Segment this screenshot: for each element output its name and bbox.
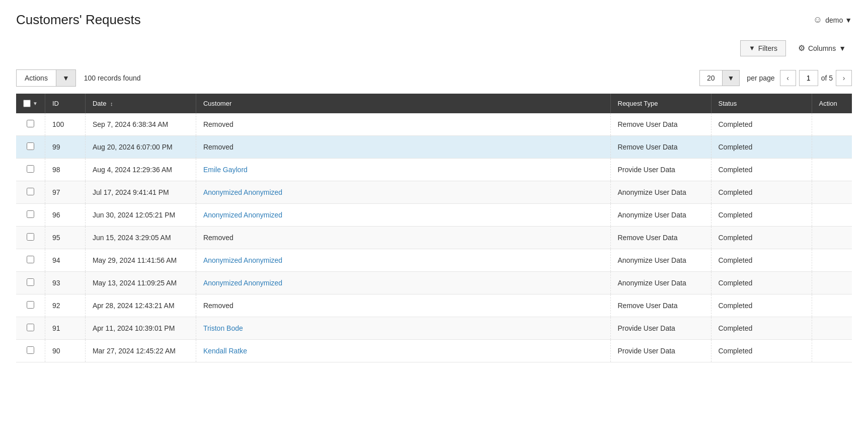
row-date: Mar 27, 2024 12:45:22 AM (85, 340, 196, 362)
customer-link[interactable]: Anonymized Anonymized (203, 188, 282, 196)
row-checkbox-cell (16, 181, 45, 204)
row-action (812, 272, 852, 294)
row-checkbox[interactable] (27, 278, 34, 286)
row-customer[interactable]: Anonymized Anonymized (196, 249, 610, 272)
row-checkbox[interactable] (27, 142, 34, 150)
row-request-type: Remove User Data (610, 227, 711, 249)
row-id: 93 (45, 272, 85, 294)
row-date: May 29, 2024 11:41:56 AM (85, 249, 196, 272)
row-checkbox-cell (16, 272, 45, 294)
user-menu[interactable]: ☺ demo ▼ (813, 15, 852, 25)
toolbar-right: 20 ▼ per page ‹ of 5 › (699, 70, 852, 86)
table-row: 91Apr 11, 2024 10:39:01 PMTriston BodePr… (16, 317, 852, 340)
customer-link[interactable]: Triston Bode (203, 324, 243, 332)
total-pages: of 5 (821, 74, 833, 82)
row-date: Jul 17, 2024 9:41:41 PM (85, 181, 196, 204)
customer-link[interactable]: Anonymized Anonymized (203, 279, 282, 287)
th-date[interactable]: Date ↕ (85, 94, 196, 113)
row-checkbox[interactable] (27, 256, 34, 263)
table-row: 96Jun 30, 2024 12:05:21 PMAnonymized Ano… (16, 204, 852, 227)
table-row: 98Aug 4, 2024 12:29:36 AMEmile GaylordPr… (16, 159, 852, 181)
row-customer[interactable]: Anonymized Anonymized (196, 204, 610, 227)
table-row: 90Mar 27, 2024 12:45:22 AMKendall RatkeP… (16, 340, 852, 362)
page-title: Customers' Requests (16, 12, 141, 28)
customer-link[interactable]: Emile Gaylord (203, 166, 248, 174)
row-id: 92 (45, 294, 85, 317)
row-action (812, 294, 852, 317)
row-checkbox[interactable] (27, 301, 34, 309)
row-id: 91 (45, 317, 85, 340)
row-checkbox[interactable] (27, 120, 34, 127)
row-customer[interactable]: Emile Gaylord (196, 159, 610, 181)
row-customer[interactable]: Kendall Ratke (196, 340, 610, 362)
current-page-input[interactable] (799, 70, 818, 86)
row-checkbox-cell (16, 227, 45, 249)
row-request-type: Remove User Data (610, 294, 711, 317)
customer-link[interactable]: Anonymized Anonymized (203, 256, 282, 264)
pagination: ‹ of 5 › (780, 70, 852, 86)
row-customer: Removed (196, 294, 610, 317)
row-id: 98 (45, 159, 85, 181)
user-menu-label: demo ▼ (825, 16, 852, 24)
row-request-type: Remove User Data (610, 136, 711, 159)
row-status: Completed (711, 317, 812, 340)
per-page-arrow-icon[interactable]: ▼ (723, 70, 740, 86)
row-checkbox-cell (16, 340, 45, 362)
filter-icon: ▼ (749, 44, 755, 52)
row-id: 90 (45, 340, 85, 362)
toolbar-top: ▼ Filters ⚙ Columns ▼ (16, 40, 852, 56)
row-status: Completed (711, 204, 812, 227)
table-row: 93May 13, 2024 11:09:25 AMAnonymized Ano… (16, 272, 852, 294)
prev-page-button[interactable]: ‹ (780, 70, 796, 86)
row-date: Aug 4, 2024 12:29:36 AM (85, 159, 196, 181)
select-all-checkbox[interactable] (23, 100, 31, 107)
row-checkbox-cell (16, 249, 45, 272)
row-request-type: Provide User Data (610, 317, 711, 340)
row-checkbox[interactable] (27, 188, 34, 195)
row-date: Apr 11, 2024 10:39:01 PM (85, 317, 196, 340)
row-status: Completed (711, 340, 812, 362)
row-customer: Removed (196, 113, 610, 136)
columns-button[interactable]: ⚙ Columns ▼ (792, 40, 852, 56)
per-page-label: per page (747, 74, 774, 82)
actions-arrow-icon[interactable]: ▼ (56, 70, 75, 86)
records-found: 100 records found (84, 74, 141, 82)
table-row: 99Aug 20, 2024 6:07:00 PMRemovedRemove U… (16, 136, 852, 159)
th-checkbox[interactable]: ▼ (16, 94, 45, 113)
row-customer[interactable]: Anonymized Anonymized (196, 181, 610, 204)
row-customer[interactable]: Triston Bode (196, 317, 610, 340)
row-request-type: Anonymize User Data (610, 181, 711, 204)
table-row: 100Sep 7, 2024 6:38:34 AMRemovedRemove U… (16, 113, 852, 136)
th-customer: Customer (196, 94, 610, 113)
row-date: Jun 15, 2024 3:29:05 AM (85, 227, 196, 249)
row-checkbox[interactable] (27, 165, 34, 173)
table-row: 97Jul 17, 2024 9:41:41 PMAnonymized Anon… (16, 181, 852, 204)
row-customer[interactable]: Anonymized Anonymized (196, 272, 610, 294)
row-checkbox[interactable] (27, 346, 34, 354)
row-checkbox[interactable] (27, 210, 34, 218)
customer-link[interactable]: Kendall Ratke (203, 347, 247, 355)
row-action (812, 113, 852, 136)
user-icon: ☺ (813, 15, 822, 25)
filters-button[interactable]: ▼ Filters (740, 40, 786, 56)
customer-link[interactable]: Anonymized Anonymized (203, 211, 282, 219)
th-id: ID (45, 94, 85, 113)
table-header-row: ▼ ID Date ↕ Customer Request Type Status… (16, 94, 852, 113)
table-row: 92Apr 28, 2024 12:43:21 AMRemovedRemove … (16, 294, 852, 317)
row-request-type: Remove User Data (610, 113, 711, 136)
next-page-button[interactable]: › (836, 70, 852, 86)
actions-dropdown[interactable]: Actions ▼ (16, 69, 76, 87)
row-customer: Removed (196, 136, 610, 159)
row-request-type: Anonymize User Data (610, 249, 711, 272)
row-checkbox-cell (16, 317, 45, 340)
row-checkbox[interactable] (27, 324, 34, 331)
row-action (812, 181, 852, 204)
columns-label: Columns (808, 44, 836, 52)
row-date: Apr 28, 2024 12:43:21 AM (85, 294, 196, 317)
row-checkbox[interactable] (27, 233, 34, 241)
per-page-select[interactable]: 20 ▼ (699, 70, 740, 86)
row-customer: Removed (196, 227, 610, 249)
row-action (812, 340, 852, 362)
row-action (812, 317, 852, 340)
th-checkbox-arrow-icon[interactable]: ▼ (33, 101, 38, 106)
